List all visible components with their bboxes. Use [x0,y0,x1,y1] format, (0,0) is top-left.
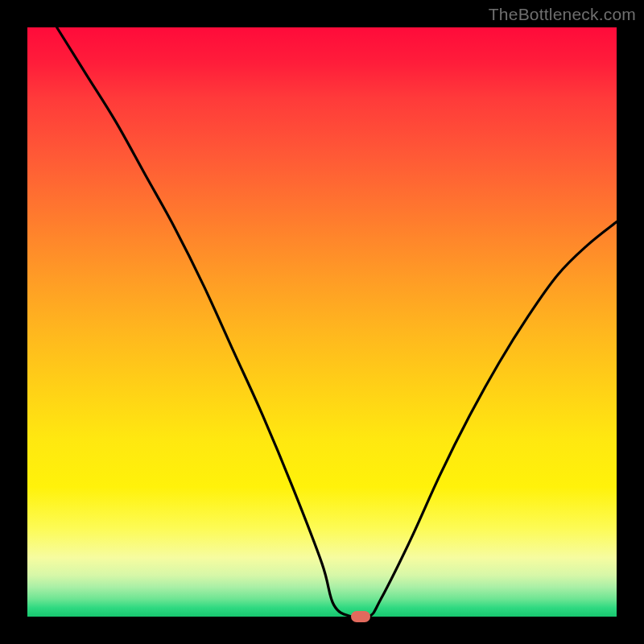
watermark-text: TheBottleneck.com [489,5,636,24]
curve-path [57,27,617,618]
chart-frame: TheBottleneck.com [0,0,644,644]
minimum-marker [351,611,370,622]
plot-area [27,27,617,617]
bottleneck-curve [27,27,617,617]
